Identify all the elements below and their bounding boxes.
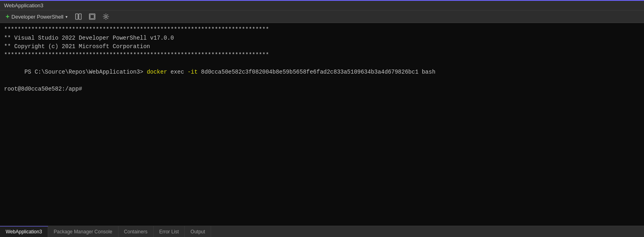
- tab-containers[interactable]: Containers: [118, 226, 154, 237]
- terminal-content[interactable]: ****************************************…: [0, 23, 644, 226]
- split-terminal-button[interactable]: [73, 12, 84, 21]
- settings-button[interactable]: [101, 12, 111, 21]
- new-terminal-button[interactable]: + Developer PowerShell ▾: [3, 12, 70, 21]
- tab-output[interactable]: Output: [185, 226, 211, 237]
- prompt-cmd: docker: [147, 69, 167, 75]
- new-tab-button[interactable]: [87, 12, 97, 21]
- cmd-flag: -it: [188, 69, 198, 75]
- dropdown-arrow-icon: ▾: [65, 15, 68, 19]
- prompt-ps: PS C:\Source\Repos\WebApplication3>: [24, 69, 146, 75]
- plus-icon: +: [6, 13, 9, 20]
- tab-error-list[interactable]: Error List: [154, 226, 185, 237]
- vs-line-2: ** Copyright (c) 2021 Microsoft Corporat…: [4, 42, 640, 51]
- title-bar: WebApplication3: [0, 1, 644, 11]
- stars-line-1: ****************************************…: [4, 25, 640, 34]
- tab-webapplication3[interactable]: WebApplication3: [0, 226, 48, 237]
- svg-point-4: [105, 16, 107, 18]
- vs-line-1: ** Visual Studio 2022 Developer PowerShe…: [4, 34, 640, 42]
- cmd-hash: 8d0cca50e582c3f082004b8e59b5658fe6fad2c8…: [198, 69, 435, 75]
- cmd-rest: exec: [167, 69, 187, 75]
- command-line: PS C:\Source\Repos\WebApplication3> dock…: [4, 59, 640, 85]
- new-terminal-group: + Developer PowerShell ▾: [3, 12, 70, 21]
- svg-rect-0: [76, 14, 78, 19]
- svg-rect-3: [90, 15, 94, 19]
- new-tab-icon: [89, 13, 95, 20]
- window-title: WebApplication3: [4, 2, 43, 8]
- tab-package-manager-console[interactable]: Package Manager Console: [48, 226, 118, 237]
- new-terminal-label: Developer PowerShell: [11, 14, 63, 20]
- svg-rect-1: [79, 14, 81, 19]
- tab-container: WebApplication3 Package Manager Console …: [0, 226, 211, 237]
- settings-icon: [103, 13, 109, 20]
- split-terminal-icon: [75, 13, 82, 20]
- status-bar: WebApplication3 Package Manager Console …: [0, 226, 644, 237]
- root-line: root@8d0cca50e582:/app#: [4, 85, 640, 93]
- terminal-window: WebApplication3 + Developer PowerShell ▾: [0, 0, 644, 237]
- stars-line-2: ****************************************…: [4, 51, 640, 59]
- toolbar: + Developer PowerShell ▾: [0, 11, 644, 23]
